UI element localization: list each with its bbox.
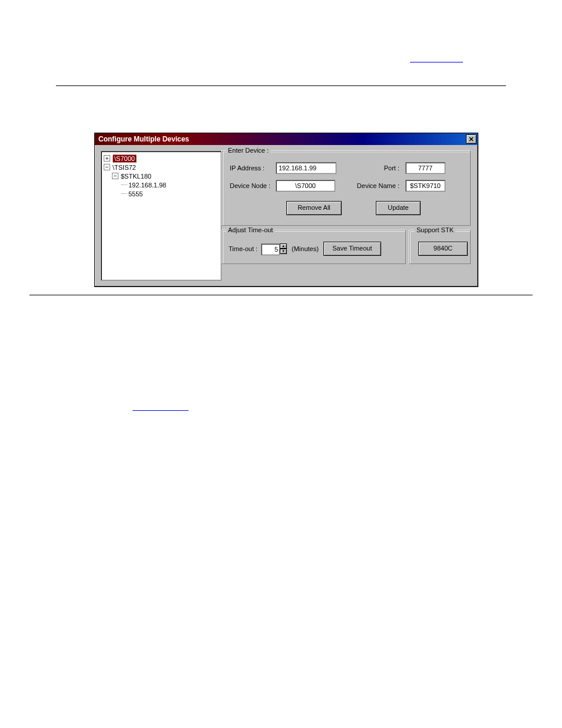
timeout-units: (Minutes) [292, 245, 319, 252]
device-node-label: Device Node : [230, 182, 276, 189]
device-name-input[interactable]: $STK9710 [405, 180, 445, 192]
port-label: Port : [369, 164, 399, 172]
tree-node-ip[interactable]: 192.168.1.98 [104, 180, 219, 189]
spin-up-icon[interactable]: ▲ [280, 243, 287, 249]
tree-node-tsis72[interactable]: − \TSIS72 [104, 163, 219, 172]
tree-node-label: 192.168.1.98 [128, 182, 166, 189]
collapse-icon[interactable]: − [104, 164, 110, 170]
device-tree[interactable]: + \S7000 − \TSIS72 − $STKL180 192.168.1.… [101, 151, 222, 281]
tree-node-stkl180[interactable]: − $STKL180 [104, 172, 219, 180]
timeout-legend: Adjust Time-out [226, 226, 275, 233]
close-icon[interactable] [466, 134, 477, 144]
save-timeout-button[interactable]: Save Timeout [323, 242, 381, 256]
adjust-timeout-group: Adjust Time-out Time-out : 5 ▲ ▼ (Minute… [222, 230, 406, 264]
tree-node-label: 5555 [128, 190, 143, 197]
port-input[interactable]: 7777 [405, 162, 445, 174]
stk-9840c-button[interactable]: 9840C [418, 242, 468, 256]
collapse-icon[interactable]: − [112, 173, 118, 179]
enter-device-legend: Enter Device : [226, 147, 270, 154]
update-button[interactable]: Update [376, 201, 421, 215]
ip-address-label: IP Address : [230, 164, 276, 172]
spin-down-icon[interactable]: ▼ [280, 249, 287, 254]
tree-node-s7000[interactable]: + \S7000 [104, 154, 219, 163]
timeout-label: Time-out : [229, 245, 261, 252]
timeout-value[interactable]: 5 [261, 243, 280, 255]
titlebar: Configure Multiple Devices [95, 133, 478, 145]
tree-node-port[interactable]: 5555 [104, 189, 219, 198]
tree-node-label: \TSIS72 [113, 164, 136, 171]
stk-legend: Support STK [415, 226, 455, 233]
support-stk-group: Support STK 9840C [409, 230, 471, 264]
dialog-title: Configure Multiple Devices [96, 133, 466, 145]
device-node-input[interactable]: \S7000 [276, 180, 335, 192]
enter-device-group: Enter Device : IP Address : 192.168.1.99… [222, 151, 471, 226]
device-name-label: Device Name : [352, 182, 399, 189]
configure-multiple-devices-dialog: Configure Multiple Devices + \S7000 − \T… [94, 133, 478, 287]
remove-all-button[interactable]: Remove All [286, 201, 342, 215]
timeout-spinner[interactable]: 5 ▲ ▼ [261, 243, 287, 254]
expand-icon[interactable]: + [104, 155, 110, 162]
ip-address-input[interactable]: 192.168.1.99 [276, 162, 336, 174]
tree-node-label: \S7000 [113, 154, 137, 163]
tree-node-label: $STKL180 [121, 173, 151, 180]
